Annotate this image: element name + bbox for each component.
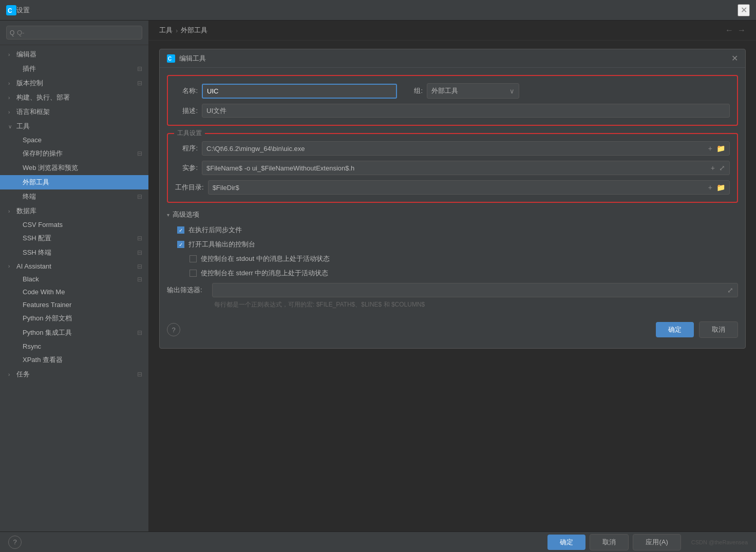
sidebar-item-save-actions[interactable]: 保存时的操作 ⊟ [0,146,148,161]
stderr-checkbox[interactable] [190,270,197,277]
breadcrumb-separator: › [176,27,178,34]
desc-row: 描述: [175,104,730,118]
output-filter-expand-button[interactable]: ⤢ [727,286,733,294]
program-folder-button[interactable]: 📁 [716,144,725,153]
sidebar-item-languages[interactable]: › 语言和框架 [0,105,148,119]
workdir-add-button[interactable]: + [708,183,712,192]
sidebar-item-label: Web 浏览器和预览 [23,163,142,173]
sidebar-item-python-docs[interactable]: Python 外部文档 [0,311,148,326]
form-area: C 编辑工具 ✕ 名称: 组: 外部工具 [149,41,756,531]
back-arrow-button[interactable]: ← [725,26,733,35]
output-filter-row: 输出筛选器: ⤢ [167,283,738,297]
sidebar-item-label: 编辑器 [16,50,142,59]
group-select[interactable]: 外部工具 ∨ [427,83,519,99]
bottom-bar: ? 确定 取消 应用(A) CSDN @theRavensea [0,531,756,552]
sidebar-item-build[interactable]: › 构建、执行、部署 [0,90,148,105]
sidebar: Q › 编辑器 插件 ⊟ › 版本控制 ⊟ › [0,21,149,531]
basic-info-section: 名称: 组: 外部工具 ∨ 描述: [167,75,738,126]
sidebar-item-ai[interactable]: › AI Assistant ⊟ [0,260,148,273]
sidebar-item-web-browser[interactable]: Web 浏览器和预览 [0,161,148,175]
tool-settings-title: 工具设置 [174,129,205,138]
args-row: 实参: $FileName$ -o ui_$FileNameWithoutExt… [175,161,730,175]
sidebar-item-black[interactable]: Black ⊟ [0,273,148,285]
sidebar-item-external-tools[interactable]: 外部工具 [0,175,148,189]
sidebar-item-version-control[interactable]: › 版本控制 ⊟ [0,76,148,90]
sidebar-item-label: 保存时的操作 [23,149,137,158]
sidebar-item-terminal[interactable]: 终端 ⊟ [0,189,148,204]
sidebar-item-label: Code With Me [23,288,142,296]
bottom-cancel-button[interactable]: 取消 [590,534,629,550]
name-label: 名称: [175,86,198,96]
sidebar-item-ssh-terminal[interactable]: SSH 终端 ⊟ [0,245,148,260]
sync-icon: ⊟ [137,249,142,256]
sidebar-item-rsync[interactable]: Rsync [0,340,148,353]
title-bar: C 设置 ✕ [0,0,756,21]
open-console-checkbox[interactable] [177,241,184,248]
program-add-button[interactable]: + [708,144,712,153]
dialog-clion-icon: C [167,54,175,63]
sidebar-item-label: Features Trainer [23,301,142,309]
sidebar-item-xpath[interactable]: XPath 查看器 [0,353,148,367]
sidebar-item-tasks[interactable]: › 任务 ⊟ [0,367,148,382]
workdir-folder-button[interactable]: 📁 [716,183,725,192]
args-expand-button[interactable]: ⤢ [719,164,725,172]
args-label: 实参: [175,163,198,173]
sidebar-item-ssh-config[interactable]: SSH 配置 ⊟ [0,231,148,245]
advanced-header[interactable]: ▾ 高级选项 [167,210,738,219]
name-input[interactable] [202,84,397,99]
args-value: $FileName$ -o ui_$FileNameWithoutExtensi… [206,164,707,172]
sidebar-item-code-with-me[interactable]: Code With Me [0,285,148,298]
sidebar-item-label: Rsync [23,342,142,350]
collapse-arrow-icon: ▾ [167,212,169,218]
args-input-container: $FileName$ -o ui_$FileNameWithoutExtensi… [202,161,730,175]
sidebar-item-plugins[interactable]: 插件 ⊟ [0,62,148,76]
chevron-right-icon: › [8,95,14,101]
bottom-help-button[interactable]: ? [8,536,22,549]
workdir-value: $FileDir$ [213,184,704,192]
sidebar-item-features-trainer[interactable]: Features Trainer [0,298,148,311]
svg-text:C: C [8,7,12,14]
sidebar-item-label: 任务 [16,370,137,379]
sync-icon: ⊟ [137,329,142,336]
bottom-apply-button[interactable]: 应用(A) [633,534,681,550]
sidebar-item-label: 终端 [23,192,137,201]
dialog-confirm-button[interactable]: 确定 [656,322,694,337]
advanced-title: 高级选项 [173,210,199,219]
dialog-help-button[interactable]: ? [167,323,180,336]
sidebar-item-csv[interactable]: CSV Formats [0,218,148,231]
sync-icon: ⊟ [137,193,142,200]
bottom-confirm-button[interactable]: 确定 [547,535,585,550]
chevron-right-icon: › [8,372,14,377]
forward-arrow-button[interactable]: → [738,26,746,35]
title-bar-close-button[interactable]: ✕ [738,4,750,16]
sidebar-item-label: 版本控制 [16,79,137,88]
sidebar-item-space[interactable]: Space [0,134,148,146]
sidebar-item-editor[interactable]: › 编辑器 [0,47,148,62]
desc-label: 描述: [175,106,198,116]
sidebar-item-python-integration[interactable]: Python 集成工具 ⊟ [0,326,148,340]
dialog-cancel-button[interactable]: 取消 [699,321,738,338]
sidebar-item-label: AI Assistant [16,262,137,270]
args-add-button[interactable]: + [711,164,715,172]
program-value: C:\Qt\6.6.2\mingw_64\bin\uic.exe [206,145,704,153]
sync-icon: ⊟ [137,276,142,283]
stdout-checkbox[interactable] [190,255,197,262]
sidebar-item-database[interactable]: › 数据库 [0,204,148,218]
sync-icon: ⊟ [137,65,142,72]
bottom-bar-actions: 确定 取消 应用(A) CSDN @theRavensea [547,534,748,550]
desc-input[interactable] [202,104,730,118]
sidebar-item-label: Python 外部文档 [23,314,142,323]
output-filter-input[interactable]: ⤢ [212,283,738,297]
stderr-label: 使控制台在 stderr 中的消息上处于活动状态 [201,269,328,278]
group-label: 组: [407,86,423,96]
app-icon: C [6,5,16,15]
sidebar-item-label: 数据库 [16,206,142,216]
watermark: CSDN @theRavensea [691,539,748,545]
sidebar-search-input[interactable] [6,26,142,40]
dialog-close-button[interactable]: ✕ [731,53,738,63]
output-filter-label: 输出筛选器: [167,285,208,295]
sidebar-item-tools[interactable]: ∨ 工具 [0,119,148,134]
sync-files-checkbox[interactable] [177,226,184,234]
name-row: 名称: 组: 外部工具 ∨ [175,83,730,99]
breadcrumb-external-tools: 外部工具 [181,26,207,35]
